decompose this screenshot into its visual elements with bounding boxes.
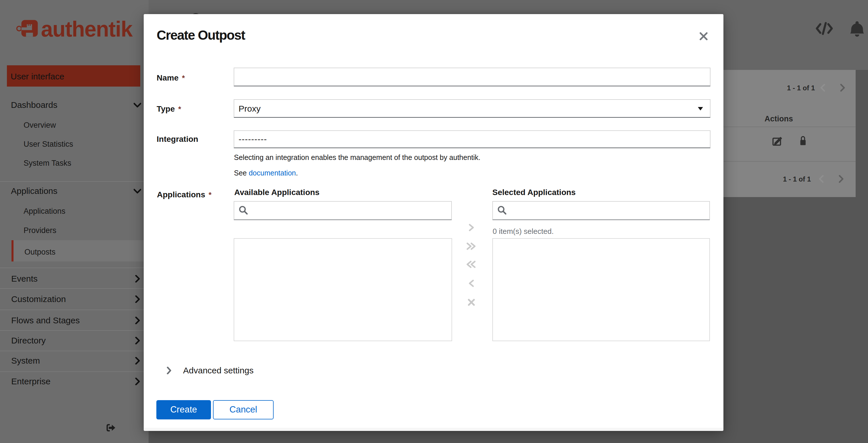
- svg-text:authentik: authentik: [41, 18, 133, 41]
